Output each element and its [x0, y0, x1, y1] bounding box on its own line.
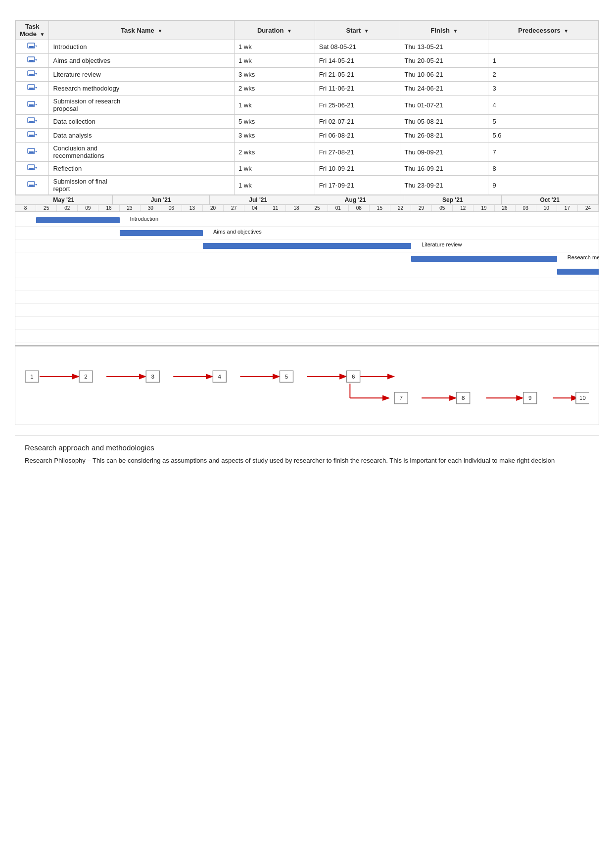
task-mode-icon	[27, 147, 37, 157]
gantt-bar	[411, 256, 557, 262]
start-cell: Fri 11-06-21	[315, 82, 400, 96]
svg-marker-11	[35, 87, 37, 89]
task-mode-cell	[16, 143, 49, 162]
finish-cell: Thu 16-09-21	[400, 162, 488, 176]
col-start[interactable]: Start ▼	[315, 21, 400, 40]
gantt-bar	[36, 217, 119, 223]
finish-cell: Thu 23-09-21	[400, 176, 488, 195]
gantt-bar-row: Data collection	[15, 278, 599, 291]
start-cell: Fri 10-09-21	[315, 162, 400, 176]
start-cell: Fri 25-06-21	[315, 96, 400, 115]
predecessors-cell: 8	[488, 162, 599, 176]
gantt-week-label: 09	[78, 205, 98, 211]
gantt-chart-section: May '21Jun '21Jul '21Aug '21Sep '21Oct '…	[15, 195, 599, 345]
gantt-week-label: 03	[516, 205, 536, 211]
gantt-week-label: 24	[578, 205, 599, 211]
table-row: Literature review3 wksFri 21-05-21Thu 10…	[16, 68, 599, 82]
start-cell: Fri 17-09-21	[315, 176, 400, 195]
gantt-month-label: Oct '21	[502, 195, 599, 204]
gantt-week-label: 05	[432, 205, 453, 211]
gantt-bar-label: Introduction	[130, 216, 158, 222]
gantt-week-label: 22	[390, 205, 411, 211]
task-name-cell: Literature review	[49, 68, 235, 82]
gantt-bar-row: Aims and objectives	[15, 227, 599, 240]
gantt-week-label: 08	[349, 205, 370, 211]
task-mode-cell	[16, 96, 49, 115]
gantt-bar-row: Submission of research proposal	[15, 265, 599, 278]
gantt-bar	[557, 269, 599, 275]
task-name-cell: Conclusion andrecommendations	[49, 143, 235, 162]
gantt-bar	[203, 243, 411, 249]
gantt-bar-row: Reflection	[15, 317, 599, 330]
start-cell: Fri 21-05-21	[315, 68, 400, 82]
task-name-cell: Submission of finalreport	[49, 176, 235, 195]
gantt-week-header: 8250209162330061320270411182501081522290…	[15, 205, 599, 212]
finish-cell: Thu 01-07-21	[400, 96, 488, 115]
gantt-week-label: 30	[141, 205, 161, 211]
col-finish[interactable]: Finish ▼	[400, 21, 488, 40]
gantt-week-label: 06	[161, 205, 182, 211]
gantt-bar-row: Literature review	[15, 240, 599, 252]
gantt-bar-label: Literature review	[422, 241, 462, 247]
predecessors-cell: 1	[488, 54, 599, 68]
gantt-week-label: 29	[411, 205, 432, 211]
duration-cell: 3 wks	[234, 68, 315, 82]
table-row: Conclusion andrecommendations2 wksFri 27…	[16, 143, 599, 162]
svg-text:1: 1	[30, 374, 33, 380]
duration-cell: 1 wk	[234, 176, 315, 195]
finish-cell: Thu 26-08-21	[400, 129, 488, 143]
start-cell: Fri 02-07-21	[315, 115, 400, 129]
start-cell: Sat 08-05-21	[315, 40, 400, 54]
svg-rect-10	[29, 88, 34, 90]
duration-cell: 1 wk	[234, 96, 315, 115]
task-mode-icon	[27, 42, 37, 51]
table-row: Data collection5 wksFri 02-07-21Thu 05-0…	[16, 115, 599, 129]
col-task-name[interactable]: Task Name ▼	[49, 21, 235, 40]
svg-rect-16	[29, 121, 34, 123]
svg-marker-26	[35, 167, 37, 169]
research-heading: Research approach and methodologies	[25, 443, 589, 452]
gantt-week-label: 19	[473, 205, 494, 211]
finish-cell: Thu 10-06-21	[400, 68, 488, 82]
duration-cell: 2 wks	[234, 82, 315, 96]
predecessors-cell: 3	[488, 82, 599, 96]
gantt-month-label: Jun '21	[113, 195, 210, 204]
gantt-month-header: May '21Jun '21Jul '21Aug '21Sep '21Oct '…	[15, 195, 599, 205]
gantt-week-label: 8	[15, 205, 36, 211]
gantt-week-label: 02	[57, 205, 78, 211]
duration-cell: 1 wk	[234, 54, 315, 68]
predecessors-cell: 9	[488, 176, 599, 195]
start-cell: Fri 27-08-21	[315, 143, 400, 162]
gantt-week-label: 26	[495, 205, 516, 211]
gantt-bar-label: Aims and objectives	[213, 229, 262, 235]
gantt-table: TaskMode ▼ Task Name ▼ Duration ▼ Start …	[15, 20, 599, 195]
duration-cell: 1 wk	[234, 40, 315, 54]
gantt-week-label: 15	[370, 205, 390, 211]
col-predecessors[interactable]: Predecessors ▼	[488, 21, 599, 40]
duration-cell: 2 wks	[234, 143, 315, 162]
col-task-mode[interactable]: TaskMode ▼	[16, 21, 49, 40]
svg-rect-4	[29, 60, 34, 62]
task-mode-cell	[16, 176, 49, 195]
svg-text:3: 3	[151, 374, 154, 380]
svg-rect-22	[29, 151, 34, 153]
text-section: Research approach and methodologies Rese…	[15, 435, 599, 474]
gantt-week-label: 11	[265, 205, 286, 211]
table-row: Submission of finalreport1 wkFri 17-09-2…	[16, 176, 599, 195]
gantt-bar-row: Conclusion and recommendations	[15, 304, 599, 317]
predecessors-cell	[488, 40, 599, 54]
col-duration[interactable]: Duration ▼	[234, 21, 315, 40]
svg-marker-17	[35, 120, 37, 122]
start-cell: Fri 14-05-21	[315, 54, 400, 68]
task-mode-cell	[16, 162, 49, 176]
gantt-week-label: 12	[453, 205, 473, 211]
finish-cell: Thu 05-08-21	[400, 115, 488, 129]
task-mode-icon	[27, 117, 37, 126]
task-name-cell: Reflection	[49, 162, 235, 176]
gantt-week-label: 01	[328, 205, 349, 211]
gantt-week-label: 23	[120, 205, 141, 211]
network-svg: 1 2 3 4 5 6 7 8 9 10	[25, 356, 589, 421]
gantt-week-label: 25	[36, 205, 57, 211]
finish-cell: Thu 13-05-21	[400, 40, 488, 54]
gantt-bar-row: Submission of final report	[15, 330, 599, 342]
